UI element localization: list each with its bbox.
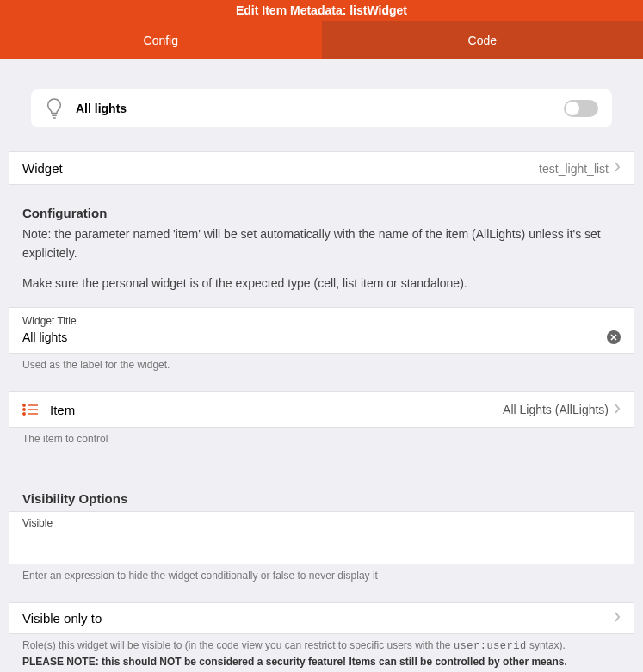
widget-title-block: Widget Title [9, 307, 634, 354]
clear-icon[interactable] [607, 330, 621, 344]
roles-helper-prefix: Role(s) this widget will be visible to (… [22, 639, 454, 651]
roles-helper-suffix: syntax). [527, 639, 566, 651]
widget-row-title: Widget [22, 161, 539, 176]
config-note-1: Note: the parameter named 'item' will be… [22, 225, 621, 262]
item-row-value: All Lights (AllLights) [503, 403, 609, 416]
widget-row[interactable]: Widget test_light_list [9, 151, 634, 185]
preview-label: All lights [76, 102, 564, 115]
config-note-2: Make sure the personal widget is of the … [22, 274, 621, 293]
item-helper: The item to control [9, 428, 634, 453]
page-title: Edit Item Metadata: listWidget [0, 0, 643, 21]
preview-toggle[interactable] [564, 100, 598, 117]
visible-helper: Enter an expression to hide the widget c… [9, 564, 634, 590]
chevron-right-icon [614, 404, 621, 416]
configuration-notes: Note: the parameter named 'item' will be… [9, 225, 634, 307]
visible-only-helper: Role(s) this widget will be visible to (… [9, 634, 634, 672]
lightbulb-icon [45, 97, 64, 120]
svg-point-4 [23, 409, 25, 410]
svg-point-2 [23, 404, 25, 406]
content: All lights Widget test_light_list Config… [0, 89, 643, 672]
visible-label: Visible [22, 517, 621, 529]
list-icon [22, 404, 38, 416]
chevron-right-icon [614, 612, 621, 625]
visible-block[interactable]: Visible [9, 511, 634, 564]
configuration-header: Configuration [9, 185, 634, 225]
chevron-right-icon [614, 162, 621, 175]
tab-code[interactable]: Code [322, 21, 644, 59]
widget-title-input[interactable] [22, 329, 607, 346]
widget-row-value: test_light_list [539, 162, 609, 176]
widget-title-helper: Used as the label for the widget. [9, 354, 634, 379]
roles-helper-code: user:userid [454, 640, 527, 652]
item-row-label: Item [50, 403, 503, 417]
security-note: PLEASE NOTE: this should NOT be consider… [22, 656, 621, 668]
visible-only-row[interactable]: Visible only to [9, 602, 634, 634]
preview-card: All lights [31, 89, 612, 127]
item-row[interactable]: Item All Lights (AllLights) [9, 391, 634, 428]
visibility-header: Visibility Options [9, 479, 634, 511]
visible-only-label: Visible only to [22, 611, 614, 626]
tab-config[interactable]: Config [0, 21, 322, 59]
header: Edit Item Metadata: listWidget Config Co… [0, 0, 643, 59]
widget-title-label: Widget Title [22, 315, 621, 327]
svg-point-6 [23, 413, 25, 415]
tabs: Config Code [0, 21, 643, 59]
